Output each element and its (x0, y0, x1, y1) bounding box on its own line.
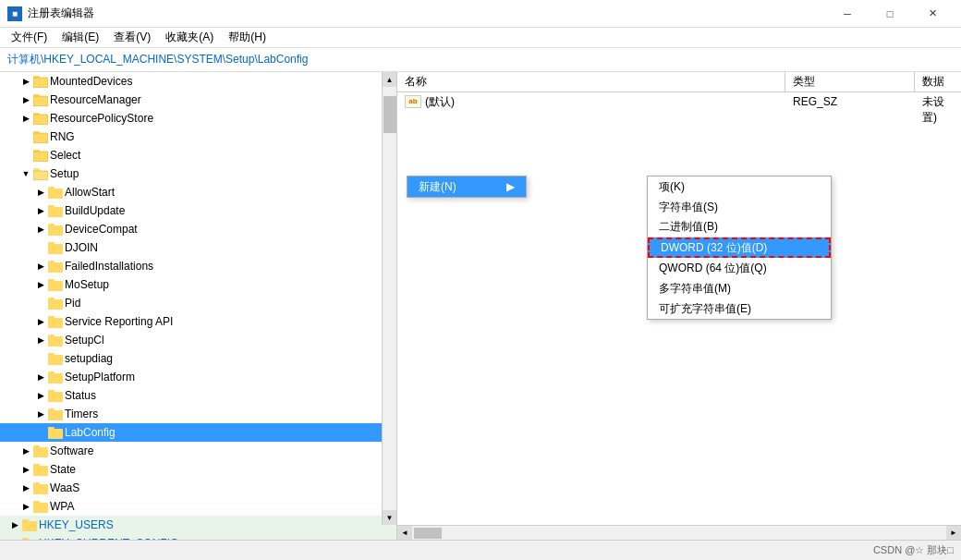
submenu-item-expandstring[interactable]: 可扩充字符串值(E) (648, 298, 831, 319)
v-scrollbar[interactable]: ▲ ▼ (382, 72, 396, 525)
menu-edit[interactable]: 编辑(E) (55, 28, 106, 48)
expander-failedinstallations[interactable]: ▶ (33, 259, 48, 274)
folder-icon-labconfig (48, 426, 63, 439)
expander-setupcl[interactable]: ▶ (33, 333, 48, 347)
expander-allowstart[interactable]: ▶ (33, 185, 48, 200)
scroll-down-btn[interactable]: ▼ (383, 510, 397, 525)
folder-icon (48, 408, 63, 420)
tree-item-mounteddevices[interactable]: ▶ MountedDevices (0, 72, 396, 91)
tree-item-waas[interactable]: ▶ WaaS (0, 479, 396, 497)
scroll-right-btn[interactable]: ► (946, 526, 961, 541)
tree-item-allowstart[interactable]: ▶ AllowStart (0, 183, 396, 201)
expander-wpa[interactable]: ▶ (18, 499, 33, 514)
tree-label: WPA (50, 500, 74, 513)
right-header: 名称 类型 数据 (397, 72, 961, 92)
h-scrollbar[interactable]: ◄ ► (397, 525, 961, 540)
menu-view[interactable]: 查看(V) (106, 28, 158, 48)
tree-item-wpa[interactable]: ▶ WPA (0, 497, 396, 516)
tree-item-setupplatform[interactable]: ▶ SetupPlatform (0, 368, 396, 386)
folder-icon-mounteddevices (33, 75, 48, 88)
context-menu[interactable]: 新建(N) ▶ (407, 176, 527, 198)
scroll-left-btn[interactable]: ◄ (397, 526, 412, 541)
expander-resourcepolicystore[interactable]: ▶ (18, 111, 33, 126)
tree-scroll[interactable]: ▶ MountedDevices ▶ ResourceManager ▶ (0, 72, 396, 540)
folder-icon-hkeycurrentconfig (22, 537, 37, 540)
folder-icon (48, 223, 63, 236)
tree-label: MoSetup (65, 278, 109, 291)
submenu-item-string[interactable]: 字符串值(S) (648, 197, 831, 217)
expander-waas[interactable]: ▶ (18, 481, 33, 495)
folder-icon (48, 241, 63, 254)
expander-resourcemanager[interactable]: ▶ (18, 92, 33, 107)
tree-item-servicereportingapi[interactable]: ▶ Service Reporting API (0, 312, 396, 331)
folder-icon (33, 130, 48, 143)
menu-file[interactable]: 文件(F) (4, 28, 55, 48)
tree-label: Software (50, 444, 93, 457)
tree-item-setupdiag[interactable]: ▶ setupdiag (0, 349, 396, 368)
tree-item-resourcemanager[interactable]: ▶ ResourceManager (0, 91, 396, 109)
folder-icon (48, 278, 63, 291)
new-submenu[interactable]: 项(K) 字符串值(S) 二进制值(B) DWORD (32 位)值(D) QW… (647, 176, 832, 320)
expander-timers[interactable]: ▶ (33, 407, 48, 421)
submenu-item-multistring[interactable]: 多字符串值(M) (648, 278, 831, 298)
folder-icon (48, 297, 63, 310)
tree-item-select[interactable]: ▶ Select (0, 146, 396, 164)
expander-software[interactable]: ▶ (18, 444, 33, 458)
h-scroll-thumb[interactable] (414, 528, 442, 539)
folder-icon (48, 204, 63, 217)
context-menu-item-new[interactable]: 新建(N) ▶ (408, 177, 526, 197)
tree-item-state[interactable]: ▶ State (0, 460, 396, 479)
scroll-up-btn[interactable]: ▲ (383, 72, 397, 87)
tree-item-djoin[interactable]: ▶ DJOIN (0, 238, 396, 257)
tree-item-devicecompat[interactable]: ▶ DeviceCompat (0, 220, 396, 238)
folder-icon (33, 463, 48, 476)
tree-panel: ▶ MountedDevices ▶ ResourceManager ▶ (0, 72, 397, 540)
tree-item-hkey-current-config[interactable]: ▶ HKEY_CURRENT_CONFIG (0, 534, 396, 540)
submenu-item-dword[interactable]: DWORD (32 位)值(D) (648, 237, 831, 258)
svg-rect-16 (33, 168, 40, 173)
scroll-thumb[interactable] (383, 96, 396, 133)
tree-item-failedinstallations[interactable]: ▶ FailedInstallations (0, 257, 396, 275)
menu-favorites[interactable]: 收藏夹(A) (158, 28, 221, 48)
tree-item-buildupdate[interactable]: ▶ BuildUpdate (0, 201, 396, 220)
expander-status[interactable]: ▶ (33, 388, 48, 403)
tree-item-labconfig[interactable]: ▶ LabConfig (0, 423, 396, 442)
svg-rect-45 (48, 427, 55, 431)
status-right: CSDN @☆ 那块□ (873, 543, 954, 557)
tree-item-software[interactable]: ▶ Software (0, 442, 396, 460)
expander-devicecompat[interactable]: ▶ (33, 222, 48, 237)
reg-type-cell: REG_SZ (785, 93, 915, 110)
expander-buildupdate[interactable]: ▶ (33, 203, 48, 218)
tree-item-status[interactable]: ▶ Status (0, 386, 396, 405)
folder-icon-hkeyusers (22, 518, 37, 531)
expander-setupplatform[interactable]: ▶ (33, 370, 48, 384)
submenu-item-qword[interactable]: QWORD (64 位)值(Q) (648, 258, 831, 278)
tree-item-setupcl[interactable]: ▶ SetupCl (0, 331, 396, 349)
expander-setup[interactable]: ▼ (18, 166, 33, 181)
context-menu-new-label: 新建(N) (419, 179, 456, 195)
expander-hkey-current-config[interactable]: ▶ (7, 536, 22, 540)
minimize-button[interactable]: ─ (826, 0, 869, 28)
maximize-button[interactable]: □ (869, 0, 911, 28)
tree-item-setup[interactable]: ▼ Setup (0, 164, 396, 183)
tree-item-timers[interactable]: ▶ Timers (0, 405, 396, 423)
svg-rect-51 (33, 482, 40, 486)
submenu-item-key[interactable]: 项(K) (648, 177, 831, 197)
close-button[interactable]: ✕ (911, 0, 954, 28)
svg-rect-55 (22, 519, 29, 523)
tree-item-resourcepolicystore[interactable]: ▶ ResourcePolicyStore (0, 109, 396, 128)
menu-help[interactable]: 帮助(H) (221, 28, 274, 48)
expander-mounteddevices[interactable]: ▶ (18, 74, 33, 89)
submenu-item-binary[interactable]: 二进制值(B) (648, 217, 831, 237)
expander-mosetup[interactable]: ▶ (33, 277, 48, 292)
expander-servicereportingapi[interactable]: ▶ (33, 314, 48, 329)
reg-entry-default[interactable]: ab (默认) REG_SZ (数值未设置) (397, 92, 961, 111)
tree-item-rng[interactable]: ▶ RNG (0, 128, 396, 146)
tree-item-mosetup[interactable]: ▶ MoSetup (0, 275, 396, 294)
tree-item-hkey-users[interactable]: ▶ HKEY_USERS (0, 516, 396, 534)
expander-hkey-users[interactable]: ▶ (7, 517, 22, 532)
tree-item-pid[interactable]: ▶ Pid (0, 294, 396, 312)
col-header-type: 类型 (785, 72, 915, 91)
main-area: ▶ MountedDevices ▶ ResourceManager ▶ (0, 72, 961, 540)
expander-state[interactable]: ▶ (18, 462, 33, 477)
